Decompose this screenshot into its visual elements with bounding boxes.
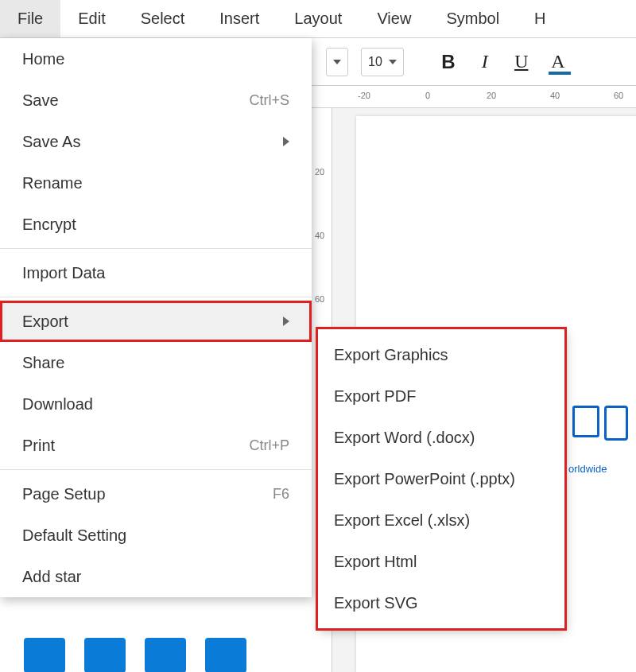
device-icons [572,406,628,441]
ruler-tick: 0 [425,91,430,100]
menu-item-print[interactable]: Print Ctrl+P [0,425,312,466]
shape-icon[interactable] [24,638,65,672]
shape-icon[interactable] [84,638,126,672]
font-size-value: 10 [368,55,382,69]
format-buttons: B I U A [439,51,568,73]
menu-item-download[interactable]: Download [0,383,312,425]
menu-view[interactable]: View [359,0,429,37]
laptop-icon [572,406,599,437]
tablet-icon [604,406,628,441]
menu-item-share[interactable]: Share [0,342,312,383]
shape-library-icons [24,638,246,672]
submenu-export-excel[interactable]: Export Excel (.xlsx) [318,499,564,541]
menu-item-label: Save [22,91,59,110]
chevron-down-icon [389,60,397,64]
menu-item-rename[interactable]: Rename [0,162,312,204]
shape-icon[interactable] [205,638,246,672]
menu-select[interactable]: Select [123,0,203,37]
menu-item-label: Default Setting [22,526,126,545]
font-family-dropdown[interactable] [326,48,348,76]
ruler-tick: 20 [315,167,324,177]
submenu-export-powerpoint[interactable]: Export PowerPoint (.pptx) [318,458,564,499]
ruler-tick: -20 [358,91,370,100]
menu-symbol[interactable]: Symbol [429,0,517,37]
menubar: File Edit Select Insert Layout View Symb… [0,0,636,38]
menu-item-import-data[interactable]: Import Data [0,252,312,293]
export-submenu: Export Graphics Export PDF Export Word (… [318,329,564,628]
menu-item-page-setup[interactable]: Page Setup F6 [0,473,312,515]
submenu-export-graphics[interactable]: Export Graphics [318,334,564,375]
menu-item-shortcut: Ctrl+P [249,437,289,454]
submenu-export-svg[interactable]: Export SVG [318,582,564,623]
font-color-button[interactable]: A [549,51,568,73]
menu-item-label: Home [22,50,64,68]
menu-item-home[interactable]: Home [0,38,312,80]
chevron-down-icon [333,60,341,64]
menu-item-label: Save As [22,133,80,151]
menu-item-default-setting[interactable]: Default Setting [0,515,312,556]
ruler-tick: 40 [550,91,560,100]
menu-item-shortcut: F6 [273,486,289,503]
menu-divider [0,248,312,249]
menu-divider [0,297,312,297]
menu-item-add-star[interactable]: Add star [0,556,312,597]
submenu-export-pdf[interactable]: Export PDF [318,375,564,417]
menu-layout[interactable]: Layout [277,0,359,37]
underline-button[interactable]: U [512,51,531,73]
submenu-export-html[interactable]: Export Html [318,541,564,582]
menu-file[interactable]: File [0,0,60,37]
menu-help[interactable]: H [517,0,563,37]
menu-item-label: Share [22,354,64,372]
menu-item-label: Rename [22,174,83,192]
ruler-tick: 40 [315,231,324,240]
menu-item-shortcut: Ctrl+S [249,92,289,109]
menu-item-save[interactable]: Save Ctrl+S [0,80,312,121]
menu-item-encrypt[interactable]: Encrypt [0,204,312,245]
ruler-tick: 60 [315,294,324,304]
bold-button[interactable]: B [439,51,458,73]
menu-edit[interactable]: Edit [60,0,122,37]
menu-item-export[interactable]: Export [0,301,312,342]
submenu-export-word[interactable]: Export Word (.docx) [318,417,564,458]
menu-item-label: Print [22,437,55,455]
menu-item-label: Import Data [22,264,105,282]
submenu-arrow-icon [283,317,289,326]
shape-icon[interactable] [145,638,186,672]
menu-item-save-as[interactable]: Save As [0,121,312,162]
menu-insert[interactable]: Insert [202,0,277,37]
submenu-arrow-icon [283,137,289,146]
file-menu-dropdown: Home Save Ctrl+S Save As Rename Encrypt … [0,38,312,597]
menu-item-label: Download [22,395,93,414]
italic-button[interactable]: I [475,51,494,73]
ruler-tick: 20 [487,91,496,100]
menu-divider [0,469,312,470]
canvas-caption: orldwide [568,463,607,475]
font-size-dropdown[interactable]: 10 [361,48,404,76]
menu-item-label: Add star [22,568,81,586]
menu-item-label: Encrypt [22,216,76,234]
horizontal-ruler: -20 0 20 40 60 [310,86,636,108]
ruler-tick: 60 [614,91,623,100]
menu-item-label: Export [22,313,68,331]
menu-item-label: Page Setup [22,485,106,503]
